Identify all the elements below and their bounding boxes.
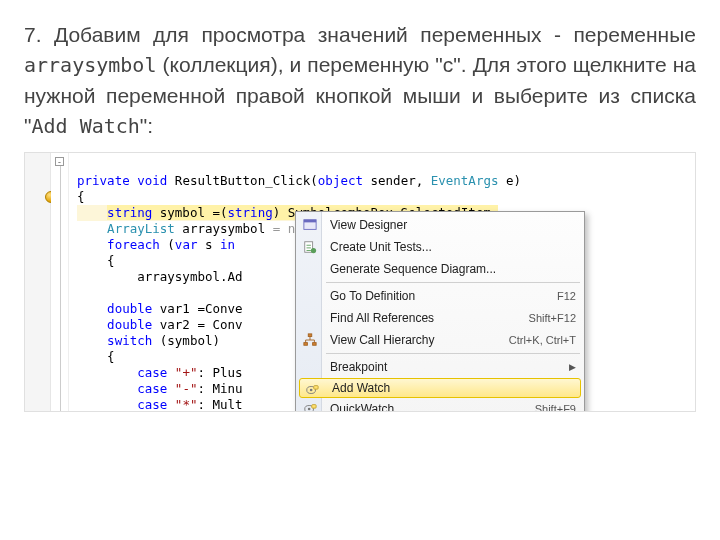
tests-icon: [302, 239, 318, 255]
designer-icon: [302, 217, 318, 233]
menu-item-create-unit-tests[interactable]: Create Unit Tests...: [298, 236, 582, 258]
menu-item-view-call-hierarchy[interactable]: View Call HierarchyCtrl+K, Ctrl+T: [298, 329, 582, 351]
svg-rect-4: [308, 334, 312, 337]
hierarchy-icon: [302, 332, 318, 348]
context-menu: View DesignerCreate Unit Tests...Generat…: [295, 211, 585, 412]
menu-item-label: QuickWatch...: [330, 401, 525, 412]
svg-rect-6: [313, 342, 317, 345]
instruction-text: 7. Добавим для просмотра значений переме…: [24, 20, 696, 142]
menu-item-label: Add Watch: [332, 380, 574, 396]
menu-item-label: Find All References: [330, 310, 519, 326]
fold-toggle[interactable]: -: [55, 157, 64, 166]
menu-item-shortcut: Shift+F9: [535, 401, 576, 412]
step-number: 7.: [24, 23, 42, 46]
menu-item-shortcut: F12: [557, 288, 576, 304]
svg-rect-5: [304, 342, 308, 345]
menu-item-label: View Designer: [330, 217, 576, 233]
svg-point-3: [311, 248, 316, 253]
menu-item-add-watch[interactable]: Add Watch: [299, 378, 581, 398]
fold-strip: -: [51, 153, 69, 411]
svg-rect-9: [314, 385, 318, 389]
svg-rect-1: [304, 220, 316, 223]
menu-item-find-all-references[interactable]: Find All ReferencesShift+F12: [298, 307, 582, 329]
menu-item-quickwatch[interactable]: QuickWatch...Shift+F9: [298, 398, 582, 412]
submenu-arrow-icon: ▶: [569, 359, 576, 375]
menu-item-label: Create Unit Tests...: [330, 239, 576, 255]
menu-item-label: Breakpoint: [330, 359, 569, 375]
menu-item-breakpoint[interactable]: Breakpoint▶: [298, 356, 582, 378]
menu-separator: [326, 353, 580, 354]
menu-item-label: View Call Hierarchy: [330, 332, 499, 348]
menu-item-generate-sequence-diagram[interactable]: Generate Sequence Diagram...: [298, 258, 582, 280]
menu-item-label: Go To Definition: [330, 288, 547, 304]
svg-rect-12: [312, 404, 316, 408]
svg-point-8: [310, 388, 313, 391]
code-editor[interactable]: - private void ResultButton_Click(object…: [24, 152, 696, 412]
menu-item-shortcut: Ctrl+K, Ctrl+T: [509, 332, 576, 348]
svg-point-11: [308, 407, 311, 410]
watch-icon: [304, 382, 320, 398]
menu-item-go-to-definition[interactable]: Go To DefinitionF12: [298, 285, 582, 307]
menu-item-shortcut: Shift+F12: [529, 310, 576, 326]
menu-separator: [326, 282, 580, 283]
watch-icon: [302, 401, 318, 412]
menu-item-view-designer[interactable]: View Designer: [298, 214, 582, 236]
menu-item-label: Generate Sequence Diagram...: [330, 261, 576, 277]
